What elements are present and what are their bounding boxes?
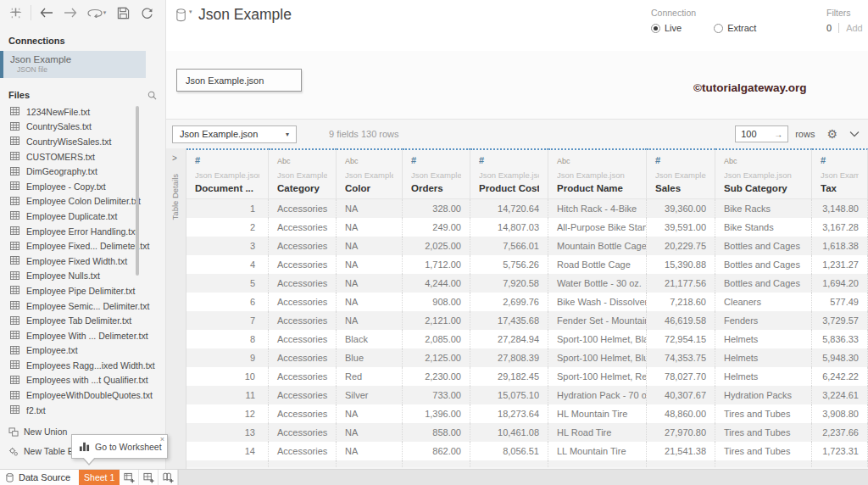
cell: 8: [186, 330, 269, 348]
cell: Accessories: [269, 423, 337, 442]
string-field-icon: Abc: [557, 155, 637, 167]
cell: Silver: [337, 386, 403, 404]
column-header-orders[interactable]: #Json Example.jsonOrders: [403, 148, 470, 199]
cell: 1,723.31: [812, 442, 868, 460]
cell: 3,148.80: [812, 199, 868, 218]
file-list-item[interactable]: Employee - Copy.txt: [0, 179, 165, 194]
column-header-document-[interactable]: #Json Example.jsonDocument ...: [186, 148, 269, 199]
file-list-item[interactable]: DimGeography.txt: [0, 164, 165, 179]
source-table-dropdown[interactable]: Json Example.json ▾: [172, 125, 297, 143]
go-to-worksheet-tooltip[interactable]: Go to Worksheet ×: [71, 434, 168, 459]
file-list-item[interactable]: f2.txt: [0, 403, 165, 418]
tableau-data-source-window: ▾ Connections Json Example JSON file Fil…: [0, 0, 868, 485]
radio-live[interactable]: Live: [651, 23, 682, 33]
cell: Hitch Rack - 4-Bike: [548, 199, 647, 218]
table-row: 3AccessoriesNA2,025.007,566.01Mountain B…: [186, 237, 868, 255]
column-header-sub-category[interactable]: AbcJson Example.jsonSub Category: [715, 148, 812, 199]
column-header-sales[interactable]: #Json Example.jsonSales: [647, 148, 715, 199]
table-details-strip[interactable]: > Table Details: [166, 148, 186, 469]
file-list-item[interactable]: Employee Fixed... Delimeter.txt: [0, 238, 165, 254]
table-file-icon: [10, 360, 20, 370]
cell: Tires and Tubes: [715, 423, 812, 442]
gear-icon[interactable]: ⚙: [826, 127, 837, 141]
database-icon: [6, 473, 14, 482]
table-row: 7AccessoriesNA2,121.0017,435.68Fender Se…: [186, 311, 868, 330]
forward-arrow-icon[interactable]: [61, 4, 80, 21]
cell: Accessories: [269, 274, 337, 293]
file-list-item[interactable]: Employee Colon Delimiter.txt: [0, 194, 165, 209]
file-list-item[interactable]: Employee Nulls.txt: [0, 269, 165, 284]
cell: 577.49: [812, 293, 868, 311]
save-icon[interactable]: [114, 4, 132, 21]
column-header-product-name[interactable]: AbcJson Example.jsonProduct Name: [548, 148, 647, 199]
connection-item-json-example[interactable]: Json Example JSON file: [0, 51, 146, 78]
string-field-icon: Abc: [277, 155, 327, 167]
table-chip-json-example[interactable]: Json Example.json: [176, 69, 302, 92]
file-list-item[interactable]: CountryWiseSales.txt: [0, 134, 165, 149]
datasource-type-icon[interactable]: ▾: [175, 8, 192, 23]
file-name: Employees Ragg...ixed Width.txt: [26, 360, 155, 371]
data-grid-area: > Table Details #Json Example.jsonDocume…: [166, 148, 868, 469]
datasource-title: Json Example: [198, 6, 292, 24]
field-name: Document ...: [195, 183, 259, 193]
expand-details-icon[interactable]: >: [172, 153, 177, 163]
file-list-item[interactable]: Employees Ragg...ixed Width.txt: [0, 358, 165, 373]
refresh-icon[interactable]: [137, 4, 156, 21]
new-story-button[interactable]: [159, 470, 178, 485]
search-icon[interactable]: [147, 91, 157, 100]
files-section-header: Files: [0, 78, 165, 104]
file-list-item[interactable]: Employee.txt: [0, 343, 165, 359]
cell: 2: [186, 218, 269, 237]
cell: 48,860.00: [647, 404, 715, 423]
back-arrow-icon[interactable]: [37, 4, 56, 21]
bottom-tab-bar: Data Source Sheet 1: [0, 469, 868, 485]
file-list-item[interactable]: EmployeeWithDoubleQuotes.txt: [0, 387, 165, 403]
cell: NA: [337, 237, 403, 255]
cell: 13: [186, 423, 269, 442]
cell: Tires and Tubes: [715, 404, 812, 423]
chevron-down-icon[interactable]: [849, 131, 860, 137]
union-icon: [8, 427, 19, 437]
cell: Accessories: [269, 237, 337, 255]
close-icon[interactable]: ×: [160, 435, 164, 443]
field-source: Json Example.json: [557, 170, 637, 180]
data-source-tab[interactable]: Data Source: [0, 470, 79, 485]
file-list-item[interactable]: Employees with ...t Qualifier.txt: [0, 373, 165, 388]
cell: 858.00: [403, 423, 470, 442]
column-header-color[interactable]: AbcJson Example.jsonColor: [337, 148, 403, 199]
cell: 10,461.08: [470, 423, 548, 442]
file-list-item[interactable]: Employee Semic... Delimiter.txt: [0, 298, 165, 314]
cell: [269, 460, 337, 467]
column-header-tax[interactable]: #Json Example.jsonTax: [812, 148, 868, 199]
file-list-item[interactable]: Employee Duplicate.txt: [0, 209, 165, 224]
file-list-item[interactable]: Employee Tab Delimiter.txt: [0, 313, 165, 328]
file-list-item[interactable]: CUSTOMERS.txt: [0, 149, 165, 164]
file-list-item[interactable]: Employee Error Handling.txt: [0, 224, 165, 239]
cell: 3: [186, 237, 269, 255]
sheet1-tab[interactable]: Sheet 1: [79, 470, 120, 485]
data-source-tab-label: Data Source: [19, 472, 70, 482]
file-list-item[interactable]: Employee With ... Delimeter.txt: [0, 328, 165, 343]
table-file-icon: [10, 181, 20, 191]
rows-apply-arrow-icon[interactable]: →: [774, 130, 782, 139]
column-header-category[interactable]: AbcJson Example.jsonCategory: [269, 148, 337, 199]
new-dashboard-button[interactable]: [139, 470, 159, 485]
main-panel: ▾ Json Example Connection Live Extract: [166, 0, 868, 469]
tableau-logo-icon[interactable]: [6, 4, 25, 21]
file-list-item[interactable]: Employee Pipe Delimiter.txt: [0, 283, 165, 298]
cell: 249.00: [403, 218, 470, 237]
file-list-item[interactable]: Employee Fixed Width.txt: [0, 254, 165, 269]
reset-icon[interactable]: ▾: [85, 4, 108, 21]
new-worksheet-button[interactable]: [120, 470, 139, 485]
cell: Sport-100 Helmet, Red: [548, 367, 647, 386]
files-scrollbar[interactable]: [136, 106, 139, 276]
file-name: Employee Semic... Delimiter.txt: [26, 301, 149, 311]
file-list-item[interactable]: CountrySales.txt: [0, 120, 165, 135]
tooltip-text: Go to Worksheet: [95, 442, 162, 452]
filters-add-button[interactable]: Add: [846, 23, 863, 33]
fields-rows-summary: 9 fields 130 rows: [329, 129, 399, 139]
file-list-item[interactable]: 1234NewFile.txt: [0, 104, 165, 120]
column-header-product-cost[interactable]: #Json Example.jsonProduct Cost: [470, 148, 548, 199]
radio-extract[interactable]: Extract: [714, 23, 756, 33]
rows-count-input[interactable]: [741, 129, 771, 139]
